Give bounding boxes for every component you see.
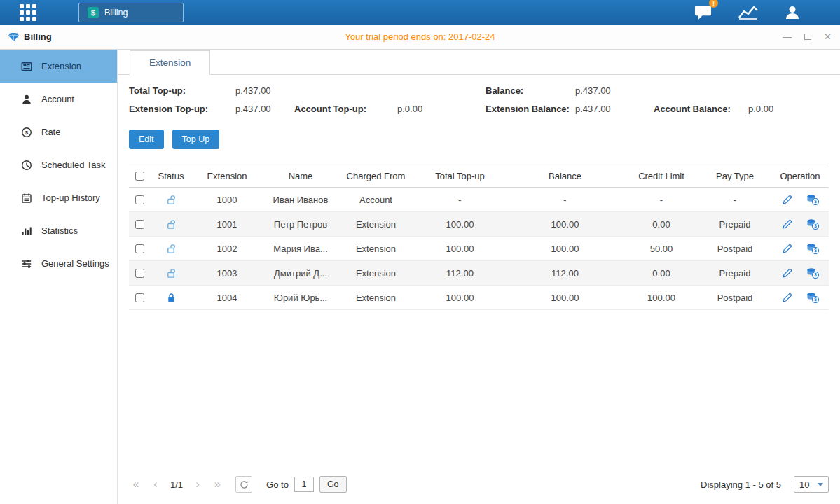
row-balance: 112.00 xyxy=(507,268,623,279)
messages-icon[interactable]: ! xyxy=(694,4,712,21)
window-title-group: Billing xyxy=(8,31,52,42)
billing-app-icon: $ xyxy=(88,7,99,18)
status-icon xyxy=(150,243,192,254)
minimize-button[interactable]: — xyxy=(783,32,792,41)
content-body: Total Top-up: p.437.00 Balance: p.437.00… xyxy=(118,75,840,504)
top-up-button[interactable]: Top Up xyxy=(172,130,220,149)
credit-limit: 0.00 xyxy=(623,219,700,230)
go-button[interactable]: Go xyxy=(319,476,347,493)
goto-page-input[interactable] xyxy=(294,477,314,492)
credit-limit: 100.00 xyxy=(623,293,700,303)
prev-page-button[interactable]: ‹ xyxy=(149,479,163,490)
status-icon xyxy=(150,267,192,279)
page-size-select[interactable]: 10 xyxy=(794,476,829,493)
refresh-button[interactable] xyxy=(235,476,252,493)
displaying-info: Displaying 1 - 5 of 5 xyxy=(701,479,781,490)
system-topbar: $ Billing ! xyxy=(0,0,840,24)
sidebar-item-rate[interactable]: $ Rate xyxy=(0,115,117,148)
total-topup: - xyxy=(413,195,507,205)
col-total-topup: Total Top-up xyxy=(413,171,507,181)
sidebar-item-general-settings[interactable]: General Settings xyxy=(0,247,117,280)
topup-icon[interactable]: $ xyxy=(806,292,819,303)
close-button[interactable]: ✕ xyxy=(824,32,832,41)
sidebar-item-topup-history[interactable]: Top-up History xyxy=(0,181,117,214)
taskbar-billing-button[interactable]: $ Billing xyxy=(78,3,184,22)
svg-text:$: $ xyxy=(25,130,29,136)
edit-icon[interactable] xyxy=(782,268,792,279)
edit-icon[interactable] xyxy=(782,219,792,230)
total-topup: 100.00 xyxy=(413,219,507,230)
charged-from: Extension xyxy=(339,293,413,303)
line-chart-icon xyxy=(738,4,759,21)
content-panel: Extension Total Top-up: p.437.00 Balance… xyxy=(118,50,840,504)
table-header-row: Status Extension Name Charged From Total… xyxy=(129,164,829,188)
topup-icon[interactable]: $ xyxy=(806,194,819,205)
row-balance: 100.00 xyxy=(507,293,623,303)
total-topup: 112.00 xyxy=(413,268,507,279)
next-page-button[interactable]: › xyxy=(191,479,205,490)
refresh-icon xyxy=(240,480,249,489)
application-window: $ Billing ! xyxy=(0,0,840,504)
topup-icon[interactable]: $ xyxy=(806,267,819,279)
clock-icon xyxy=(21,160,32,171)
sidebar-item-statistics[interactable]: Statistics xyxy=(0,214,117,247)
pay-type: Postpaid xyxy=(700,293,770,303)
total-topup: 100.00 xyxy=(413,293,507,303)
row-checkbox[interactable] xyxy=(135,244,144,253)
tab-strip: Extension xyxy=(118,50,840,75)
app-menu-icon[interactable] xyxy=(20,4,36,21)
status-icon xyxy=(150,194,192,205)
sidebar-item-scheduled-task[interactable]: Scheduled Task xyxy=(0,148,117,181)
svg-text:$: $ xyxy=(814,248,817,253)
sidebar-item-account[interactable]: Account xyxy=(0,83,117,115)
maximize-button[interactable] xyxy=(804,34,811,40)
topup-icon[interactable]: $ xyxy=(806,218,819,230)
tab-extension[interactable]: Extension xyxy=(130,50,210,75)
col-operation: Operation xyxy=(770,171,830,181)
extension-number: 1003 xyxy=(192,268,262,279)
charged-from: Extension xyxy=(339,268,413,279)
row-checkbox[interactable] xyxy=(135,220,144,229)
extension-balance-label: Extension Balance: xyxy=(486,104,575,114)
first-page-button[interactable]: « xyxy=(129,479,143,490)
sidebar: Extension Account $ Rate xyxy=(0,50,118,504)
col-extension: Extension xyxy=(192,171,262,181)
pay-type: - xyxy=(700,195,770,205)
credit-limit: 50.00 xyxy=(623,244,700,254)
svg-text:$: $ xyxy=(814,272,817,278)
charged-from: Extension xyxy=(339,219,413,230)
row-balance: - xyxy=(507,195,623,205)
operation-cell: $ xyxy=(770,267,830,279)
edit-button[interactable]: Edit xyxy=(129,130,164,149)
bar-chart-icon xyxy=(21,225,32,237)
operation-cell: $ xyxy=(770,218,830,230)
extension-name: Дмитрий Д... xyxy=(262,268,339,279)
svg-text:$: $ xyxy=(814,223,817,229)
last-page-button[interactable]: » xyxy=(210,479,224,490)
window-controls: — ✕ xyxy=(783,32,832,41)
row-checkbox[interactable] xyxy=(135,269,144,278)
sidebar-item-extension[interactable]: Extension xyxy=(0,50,117,83)
user-account-icon[interactable] xyxy=(784,4,801,21)
sidebar-label: Scheduled Task xyxy=(41,160,106,170)
charged-from: Account xyxy=(339,195,413,205)
edit-icon[interactable] xyxy=(782,293,792,303)
edit-icon[interactable] xyxy=(782,244,792,254)
topup-icon[interactable]: $ xyxy=(806,243,819,254)
sliders-icon xyxy=(21,258,32,270)
row-checkbox[interactable] xyxy=(135,293,144,302)
resource-monitor-icon[interactable] xyxy=(738,4,759,21)
select-all-checkbox[interactable] xyxy=(135,172,144,181)
sidebar-label: Statistics xyxy=(41,225,78,236)
col-balance: Balance xyxy=(507,171,623,181)
total-topup: 100.00 xyxy=(413,244,507,254)
calendar-icon xyxy=(21,192,32,204)
chevron-down-icon xyxy=(818,483,823,486)
edit-icon[interactable] xyxy=(782,195,792,205)
sidebar-label: Account xyxy=(41,94,74,104)
row-checkbox[interactable] xyxy=(135,195,144,204)
window-titlebar: Billing Your trial period ends on: 2017-… xyxy=(0,24,840,50)
sidebar-label: General Settings xyxy=(41,258,109,269)
account-balance-label: Account Balance: xyxy=(654,104,748,114)
table-row: 1003 Дмитрий Д... Extension 112.00 112.0… xyxy=(129,261,829,286)
